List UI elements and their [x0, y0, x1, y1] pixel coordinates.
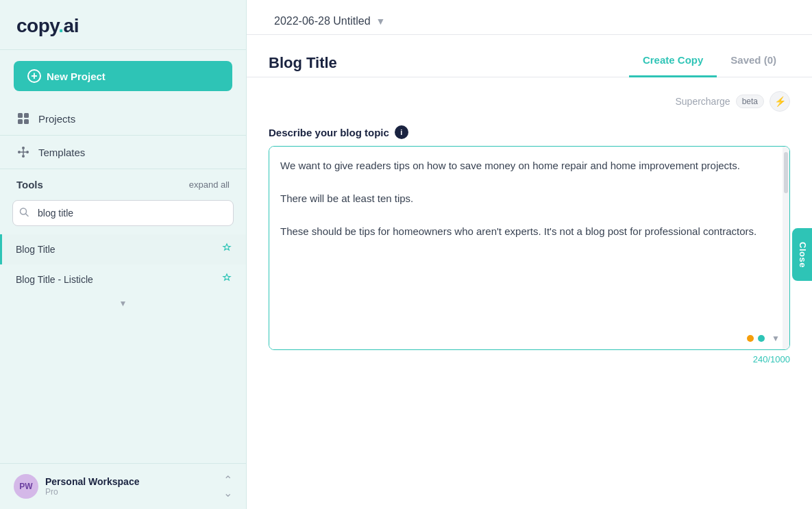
main-body: Supercharge beta ⚡ Describe your blog to…	[247, 77, 812, 509]
topic-textarea[interactable]: We want to give readers tips on how to s…	[269, 147, 789, 325]
svg-point-5	[22, 147, 25, 149]
svg-point-6	[26, 151, 29, 153]
char-count: 240/1000	[269, 354, 790, 364]
form-label: Describe your blog topic	[269, 127, 389, 138]
close-tab-label: Close	[798, 242, 808, 268]
plus-icon: +	[27, 69, 41, 83]
grid-icon	[16, 112, 30, 125]
info-icon[interactable]: i	[395, 125, 408, 139]
content-header: Blog Title Create Copy Saved (0)	[247, 35, 812, 77]
tab-saved[interactable]: Saved (0)	[717, 49, 790, 77]
svg-line-11	[26, 214, 29, 216]
logo-text-before: copy	[16, 15, 58, 36]
logo-text-after: ai	[64, 15, 79, 36]
supercharge-row: Supercharge beta ⚡	[269, 91, 790, 112]
form-group-topic: Describe your blog topic i We want to gi…	[269, 125, 790, 364]
tab-create-copy[interactable]: Create Copy	[629, 49, 717, 77]
search-input[interactable]	[12, 200, 234, 226]
star-icon-blog-title[interactable]	[221, 243, 232, 256]
svg-rect-2	[18, 119, 23, 124]
tool-list: Blog Title Blog Title - Listicle ▼	[0, 234, 246, 463]
project-name: 2022-06-28 Untitled	[274, 15, 371, 27]
teal-dot	[758, 335, 765, 342]
page-title: Blog Title	[269, 54, 337, 72]
sidebar-item-projects[interactable]: Projects	[0, 102, 246, 136]
sidebar-item-label-projects: Projects	[38, 113, 75, 125]
close-tab[interactable]: Close	[792, 228, 812, 282]
svg-rect-1	[24, 113, 29, 118]
tool-item-label-blog-title: Blog Title	[16, 244, 56, 255]
tabs: Create Copy Saved (0)	[629, 49, 790, 77]
workspace-text: Personal Workspace Pro	[45, 476, 139, 497]
new-project-button[interactable]: + New Project	[14, 61, 232, 91]
main-content: 2022-06-28 Untitled ▼ Blog Title Create …	[247, 0, 812, 509]
scroll-down-arrow[interactable]: ▼	[0, 295, 246, 312]
sidebar-footer: PW Personal Workspace Pro ⌃⌄	[0, 463, 246, 509]
tools-title: Tools	[16, 179, 43, 190]
expand-all-button[interactable]: expand all	[189, 179, 230, 190]
workspace-info: PW Personal Workspace Pro	[14, 474, 139, 499]
textarea-wrapper: We want to give readers tips on how to s…	[269, 146, 790, 350]
workspace-chevron-icon[interactable]: ⌃⌄	[223, 473, 232, 499]
workspace-name: Personal Workspace	[45, 476, 139, 487]
sidebar-item-label-templates: Templates	[38, 147, 85, 158]
logo-dot: .	[58, 15, 63, 36]
new-project-label: New Project	[47, 71, 106, 82]
nodes-icon	[16, 145, 30, 159]
project-chevron-icon: ▼	[376, 16, 386, 27]
scrollbar-thumb	[784, 152, 788, 193]
form-label-row: Describe your blog topic i	[269, 125, 790, 139]
logo-area: copy.ai	[0, 0, 246, 50]
tool-item-blog-title[interactable]: Blog Title	[0, 234, 246, 264]
textarea-scrollbar[interactable]	[783, 147, 789, 349]
svg-point-4	[18, 151, 21, 153]
sidebar-nav: Projects Templates	[0, 102, 246, 169]
svg-point-7	[22, 155, 25, 158]
top-bar: 2022-06-28 Untitled ▼	[247, 0, 812, 35]
supercharge-label: Supercharge	[675, 96, 730, 107]
beta-badge: beta	[736, 95, 764, 108]
svg-rect-3	[24, 119, 29, 124]
tools-section: Tools expand all Blog Title	[0, 169, 246, 463]
sidebar-item-templates[interactable]: Templates	[0, 136, 246, 169]
tool-item-blog-title-listicle[interactable]: Blog Title - Listicle	[0, 264, 246, 295]
expand-icon[interactable]: ▼	[769, 332, 783, 345]
star-icon-blog-title-listicle[interactable]	[221, 273, 232, 286]
logo: copy.ai	[16, 15, 230, 37]
lightning-button[interactable]: ⚡	[770, 91, 790, 112]
textarea-bottom-row: ▼	[269, 327, 789, 349]
avatar: PW	[14, 474, 38, 499]
sidebar: copy.ai + New Project Projects	[0, 0, 247, 509]
svg-rect-0	[18, 113, 23, 118]
orange-dot	[747, 335, 754, 342]
tools-header: Tools expand all	[0, 169, 246, 200]
search-container	[12, 200, 234, 226]
workspace-plan: Pro	[45, 487, 139, 497]
tool-item-label-blog-title-listicle: Blog Title - Listicle	[16, 274, 93, 285]
search-icon	[19, 208, 29, 219]
project-selector-button[interactable]: 2022-06-28 Untitled ▼	[263, 8, 396, 34]
